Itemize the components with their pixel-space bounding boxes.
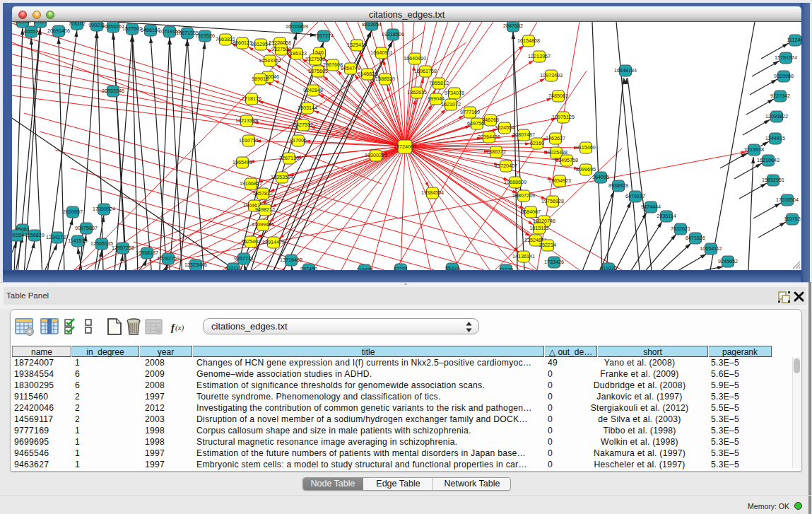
svg-text:10653267: 10653267 (102, 23, 124, 30)
svg-text:9857771: 9857771 (234, 255, 254, 262)
svg-text:(x): (x) (175, 323, 184, 332)
svg-text:62160: 62160 (530, 140, 544, 146)
svg-text:3215938: 3215938 (744, 146, 764, 153)
svg-text:17957255: 17957255 (112, 245, 134, 251)
svg-text:16033809: 16033809 (286, 23, 308, 30)
svg-text:16640911: 16640911 (370, 49, 392, 56)
svg-text:14914479: 14914479 (262, 239, 285, 245)
svg-text:8471626: 8471626 (686, 235, 705, 241)
svg-text:9684067: 9684067 (521, 209, 541, 215)
svg-text:12323446: 12323446 (184, 262, 207, 268)
svg-text:2047682: 2047682 (503, 23, 523, 29)
svg-text:9242848: 9242848 (303, 87, 323, 93)
svg-text:19166827: 19166827 (240, 180, 262, 187)
svg-text:1733426: 1733426 (544, 259, 564, 265)
svg-text:1010755: 1010755 (239, 137, 259, 144)
svg-text:1815112: 1815112 (529, 225, 548, 231)
svg-text:1621072: 1621072 (441, 101, 461, 107)
svg-text:14136141: 14136141 (512, 253, 535, 259)
svg-text:992450: 992450 (300, 266, 317, 270)
svg-text:111240: 111240 (787, 37, 801, 43)
svg-text:13716485: 13716485 (280, 257, 302, 263)
svg-text:1965493: 1965493 (233, 159, 252, 165)
svg-text:164095: 164095 (592, 174, 609, 180)
svg-text:1463627: 1463627 (546, 135, 565, 141)
svg-text:810221: 810221 (600, 265, 617, 270)
svg-text:2718176: 2718176 (242, 95, 261, 102)
svg-text:1141519: 1141519 (68, 238, 87, 244)
svg-text:7515526: 7515526 (195, 33, 215, 39)
svg-text:12093822: 12093822 (765, 113, 788, 119)
svg-text:18300295: 18300295 (365, 152, 387, 158)
svg-text:90975887: 90975887 (75, 225, 98, 231)
svg-text:7955812: 7955812 (429, 80, 449, 86)
svg-text:817006: 817006 (290, 137, 307, 144)
svg-text:15751074: 15751074 (775, 54, 797, 61)
svg-text:2803144: 2803144 (298, 105, 317, 111)
svg-text:882240: 882240 (14, 22, 31, 25)
svg-text:1244415: 1244415 (765, 135, 785, 141)
svg-text:8427552: 8427552 (293, 122, 313, 128)
svg-text:8660123: 8660123 (233, 40, 252, 46)
svg-text:12505135: 12505135 (90, 240, 113, 247)
svg-text:9327508: 9327508 (305, 56, 325, 62)
svg-text:9115460: 9115460 (576, 144, 595, 151)
svg-text:19654923: 19654923 (548, 177, 571, 184)
svg-text:16640910: 16640910 (404, 55, 426, 62)
svg-text:10958187: 10958187 (136, 250, 158, 256)
svg-text:20053346: 20053346 (102, 88, 124, 94)
svg-text:20691406: 20691406 (47, 28, 70, 34)
svg-text:746266: 746266 (482, 117, 499, 123)
svg-text:252214: 252214 (539, 242, 556, 248)
svg-text:8099695: 8099695 (576, 166, 596, 173)
svg-text:432110: 432110 (225, 265, 241, 270)
svg-text:15692951: 15692951 (762, 177, 784, 183)
svg-text:12342737: 12342737 (46, 234, 69, 240)
svg-text:1325419: 1325419 (347, 42, 367, 48)
svg-text:19756928: 19756928 (541, 198, 564, 204)
svg-text:10688609: 10688609 (504, 179, 526, 185)
svg-text:2020657: 2020657 (63, 209, 83, 215)
svg-text:7357274: 7357274 (314, 33, 334, 39)
svg-text:17359924: 17359924 (93, 206, 115, 212)
svg-text:19218506: 19218506 (382, 31, 404, 37)
svg-text:39154: 39154 (12, 232, 24, 238)
svg-text:2967608: 2967608 (323, 62, 343, 68)
svg-text:8813054: 8813054 (362, 22, 382, 28)
svg-text:778102: 778102 (69, 22, 86, 27)
svg-text:7632621: 7632621 (671, 226, 690, 232)
svg-text:19384554: 19384554 (421, 189, 444, 196)
svg-text:8912954: 8912954 (251, 41, 271, 47)
svg-text:5875685: 5875685 (308, 68, 328, 74)
svg-text:8938928: 8938928 (608, 182, 628, 189)
svg-text:9498212: 9498212 (255, 206, 275, 213)
svg-text:9146821: 9146821 (358, 71, 377, 77)
svg-text:18724007: 18724007 (394, 144, 416, 150)
svg-text:7386372: 7386372 (486, 148, 506, 155)
svg-text:8186323: 8186323 (287, 50, 307, 57)
svg-text:10807487: 10807487 (512, 132, 535, 138)
svg-text:116753: 116753 (784, 216, 800, 222)
svg-text:1362615: 1362615 (407, 89, 427, 95)
svg-text:110433: 110433 (356, 267, 372, 270)
svg-text:55310: 55310 (445, 265, 459, 270)
svg-text:12975125: 12975125 (552, 114, 575, 120)
svg-text:12353594: 12353594 (271, 174, 293, 180)
svg-text:2935114: 2935114 (657, 213, 676, 219)
svg-text:9245652: 9245652 (718, 258, 738, 264)
svg-text:18807249: 18807249 (512, 192, 535, 199)
svg-text:1156829: 1156829 (25, 232, 44, 238)
svg-text:12213967: 12213967 (528, 53, 551, 59)
svg-text:7485063: 7485063 (548, 93, 568, 99)
svg-text:99112: 99112 (33, 22, 47, 25)
svg-text:16154808: 16154808 (517, 37, 540, 44)
svg-text:16210643: 16210643 (757, 157, 779, 163)
svg-text:12213389: 12213389 (235, 117, 258, 124)
svg-text:6466160: 6466160 (141, 27, 160, 33)
svg-text:3624554: 3624554 (495, 124, 514, 131)
svg-text:10973493: 10973493 (540, 72, 563, 78)
svg-text:77120: 77120 (499, 267, 513, 270)
svg-text:17016504: 17016504 (776, 197, 799, 203)
svg-text:7625402: 7625402 (241, 238, 261, 245)
svg-text:15720407: 15720407 (495, 163, 517, 169)
